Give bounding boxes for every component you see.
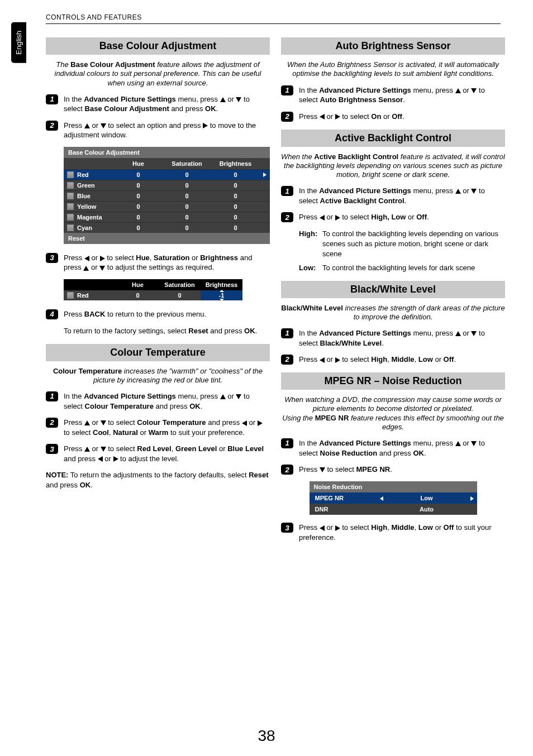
t: Blue Level [227, 444, 264, 453]
t: Red Level [137, 444, 171, 453]
step-badge-3: 3 [46, 253, 58, 263]
t: Green Level [175, 444, 217, 453]
osd-row[interactable]: MPEG NRLow [310, 492, 477, 504]
step-body: In the Advanced Picture Settings menu, p… [299, 186, 505, 205]
t: or [217, 444, 227, 453]
up-icon [84, 420, 90, 425]
t: In the [299, 186, 319, 195]
arrow-cell [260, 202, 270, 212]
osd-row[interactable]: DNRAuto [310, 504, 477, 515]
swatch-icon [67, 193, 74, 199]
intro-abc: When the Active Backlight Control featur… [281, 152, 505, 180]
t: menu, press [411, 329, 455, 337]
row-name: Yellow [77, 203, 96, 210]
t: Hue [136, 253, 150, 262]
t: Press [299, 112, 320, 121]
osd-base-colour: Base Colour Adjustment Hue Saturation Br… [64, 147, 270, 244]
t: or [461, 186, 472, 195]
arrow-cell [260, 212, 270, 222]
step-badge-3: 3 [46, 444, 58, 454]
t: menu, press [411, 186, 455, 195]
t: , [415, 523, 418, 532]
t: In the [299, 86, 319, 94]
osd-title: Noise Reduction [310, 481, 477, 492]
down-icon [236, 394, 241, 399]
t: Noise Reduction [320, 449, 378, 457]
t: Using the [282, 414, 315, 422]
t: to adjust the settings as required. [105, 263, 214, 271]
up-icon [455, 331, 461, 336]
right-column: Auto Brightness Sensor When the Auto Bri… [281, 30, 505, 549]
swatch-icon [67, 224, 74, 231]
t: Press [299, 523, 320, 532]
up-icon [220, 97, 226, 102]
step-body: In the Advanced Picture Settings menu, p… [299, 85, 505, 105]
header-text: CONTROLS AND FEATURES [46, 13, 501, 21]
swatch-icon [67, 171, 74, 178]
t: to select [340, 355, 372, 363]
step-body: Press or to select High, Middle, Low or … [299, 523, 505, 542]
step-body: Press or to select High, Middle, Low or … [299, 355, 505, 365]
intro-mpeg: When watching a DVD, the compression may… [281, 395, 505, 432]
t: and press [46, 481, 80, 489]
osd-row[interactable]: Blue000 [64, 190, 270, 201]
t: In the [299, 329, 319, 337]
step-1: 1 In the Advanced Picture Settings menu,… [281, 438, 505, 458]
down-icon [101, 420, 106, 425]
right-icon [100, 256, 105, 261]
osd-val: 0 [163, 170, 211, 180]
row-value: Low [387, 492, 467, 504]
osd-row[interactable]: Green000 [64, 180, 270, 190]
step-body: Press to select MPEG NR. [299, 465, 505, 475]
osd-row[interactable]: Red000 [64, 169, 270, 180]
step-1: 1 In the Advanced Picture Settings menu,… [46, 391, 270, 411]
arrow-cell [260, 170, 270, 180]
t: BACK [84, 310, 106, 318]
row-name: Cyan [77, 224, 92, 231]
t: Low: [299, 263, 322, 273]
t: Press [64, 121, 84, 130]
t: Colour Temperature [85, 402, 154, 410]
osd-row[interactable]: Magenta000 [64, 212, 270, 222]
step-body: Press or to select Red Level, Green Leve… [64, 444, 270, 463]
t: When the [281, 152, 314, 161]
step-body: Press or to select Hue, Saturation or Br… [64, 253, 270, 272]
osd-val: 0 [163, 212, 211, 222]
arrow-cell [260, 223, 270, 233]
step-badge-2: 2 [46, 121, 58, 131]
left-icon [242, 420, 247, 426]
t: Press [299, 355, 320, 363]
t: , [150, 253, 154, 262]
down-icon [471, 331, 477, 336]
t: Black/White Level [281, 304, 343, 312]
t: . [427, 213, 429, 221]
osd-row[interactable]: Cyan000 [64, 222, 270, 233]
val-active[interactable]: -1 [201, 290, 242, 300]
step-badge-2: 2 [281, 465, 293, 475]
col-hue: Hue [117, 279, 159, 290]
osd-val: 0 [211, 170, 260, 180]
left-icon [84, 256, 89, 261]
t: Press [299, 213, 320, 221]
t: increases the strength of dark areas of … [343, 304, 505, 321]
left-column: Base Colour Adjustment The Base Colour A… [46, 30, 270, 549]
osd-val: 0 [211, 191, 260, 201]
t: Press [299, 465, 320, 473]
step-1: 1 In the Advanced Picture Settings menu,… [281, 186, 505, 205]
t: or [461, 439, 472, 447]
t: or [433, 355, 444, 363]
t: . [91, 481, 93, 489]
t: menu, press [176, 392, 220, 400]
row-label: MPEG NR [310, 492, 377, 504]
t: . [403, 95, 405, 104]
section-title-abc: Active Backlight Control [281, 130, 505, 147]
osd-header: Hue Saturation Brightness [64, 158, 270, 169]
t: Press [64, 310, 84, 318]
osd-reset[interactable]: Reset [64, 233, 270, 244]
t: . [404, 197, 407, 205]
osd-row[interactable]: Yellow000 [64, 201, 270, 212]
t: and press [64, 454, 98, 463]
t: Colour Temperature [137, 418, 206, 427]
t: or [226, 95, 236, 103]
right-icon [335, 215, 340, 221]
